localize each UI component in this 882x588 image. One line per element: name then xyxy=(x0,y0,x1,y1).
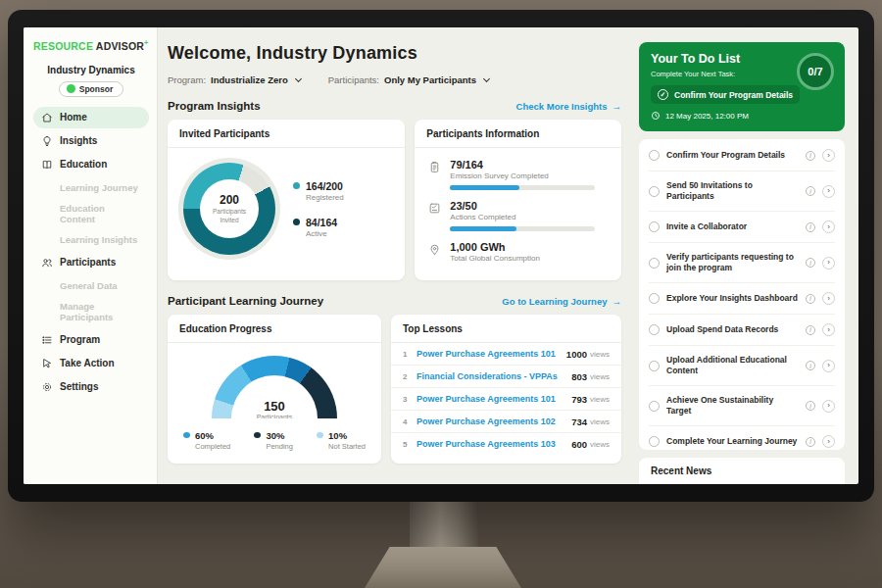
sponsor-badge[interactable]: Sponsor xyxy=(59,81,123,97)
task-row[interactable]: Complete Your Learning Journey xyxy=(649,426,835,450)
legend-item: 30% Pending xyxy=(254,430,293,451)
info-icon[interactable] xyxy=(806,151,815,161)
task-row[interactable]: Upload Additional Educational Content xyxy=(649,346,835,386)
info-icon[interactable] xyxy=(806,186,815,196)
chevron-right-icon[interactable] xyxy=(822,360,835,372)
app-logo: RESOURCE ADVISOR+ xyxy=(33,39,149,52)
lesson-link[interactable]: Power Purchase Agreements 103 xyxy=(416,439,571,449)
check-more-insights-link[interactable]: Check More Insights xyxy=(516,101,621,112)
info-icon[interactable] xyxy=(806,325,815,335)
legend-item: 10% Not Started xyxy=(317,430,366,451)
sidebar-item-label: Education xyxy=(60,159,107,170)
chevron-right-icon[interactable] xyxy=(822,292,835,305)
stat-row: 1,000 GWh Total Global Consumption xyxy=(428,241,608,263)
sidebar-item-settings[interactable]: Settings xyxy=(33,376,149,398)
lesson-link[interactable]: Financial Considerations - VPPAs xyxy=(416,371,571,381)
task-row[interactable]: Send 50 Invitations to Participants xyxy=(649,172,835,212)
lesson-row[interactable]: 4 Power Purchase Agreements 102 734 view… xyxy=(391,411,621,433)
legend-item: 60% Completed xyxy=(183,430,230,451)
todo-panel: Your To Do List Complete Your Next Task:… xyxy=(639,27,858,484)
program-insights-cards: Invited Participants 200 Participants In… xyxy=(168,120,621,280)
lesson-rank: 3 xyxy=(403,395,416,404)
home-icon xyxy=(41,112,53,123)
views-count: 600 xyxy=(571,439,587,450)
chevron-right-icon[interactable] xyxy=(822,220,835,233)
go-to-learning-journey-link[interactable]: Go to Learning Journey xyxy=(502,296,621,307)
views-label: views xyxy=(590,440,610,449)
info-icon[interactable] xyxy=(806,361,815,370)
lesson-link[interactable]: Power Purchase Agreements 101 xyxy=(416,349,566,359)
sidebar-item-participants[interactable]: Participants xyxy=(33,252,149,273)
views-label: views xyxy=(590,350,610,359)
sidebar-item-learning-insights[interactable]: Learning Insights xyxy=(33,229,149,250)
program-filter-dropdown[interactable]: Program: Industrialize Zero xyxy=(168,74,301,85)
sidebar-item-learning-journey[interactable]: Learning Journey xyxy=(33,177,149,198)
education-progress-card: Education Progress 150 Participants xyxy=(168,315,381,464)
task-checkbox[interactable] xyxy=(649,361,660,371)
legend-dot-registered xyxy=(293,182,300,189)
task-checkbox[interactable] xyxy=(649,150,660,161)
info-icon[interactable] xyxy=(806,437,815,447)
participants-information-card: Participants Information 79/164 Emission… xyxy=(415,120,621,280)
info-icon[interactable] xyxy=(806,222,815,232)
recent-news-card: Recent News xyxy=(639,458,845,484)
lesson-row[interactable]: 3 Power Purchase Agreements 101 793 view… xyxy=(391,388,621,411)
filter-label: Program: xyxy=(168,74,206,85)
sidebar-item-home[interactable]: Home xyxy=(33,107,149,128)
lesson-row[interactable]: 2 Financial Considerations - VPPAs 803 v… xyxy=(391,366,621,388)
lesson-rank: 1 xyxy=(403,350,416,359)
sidebar-item-program[interactable]: Program xyxy=(33,329,149,351)
legend-dot-not-started xyxy=(317,432,323,438)
lesson-row[interactable]: 1 Power Purchase Agreements 101 1000 vie… xyxy=(391,343,621,366)
sidebar-item-education[interactable]: Education xyxy=(33,154,149,175)
task-row[interactable]: Invite a Collaborator xyxy=(649,212,835,243)
task-row[interactable]: Upload Spend Data Records xyxy=(649,315,835,346)
next-task-row[interactable]: Confirm Your Program Details xyxy=(651,85,800,104)
sidebar-item-label: Insights xyxy=(60,135,97,146)
card-title: Top Lessons xyxy=(391,315,621,343)
sidebar-item-label: Program xyxy=(60,334,100,345)
info-icon[interactable] xyxy=(806,401,815,411)
todo-progress-badge: 0/7 xyxy=(797,53,834,90)
gauge-legend: 60% Completed 30% Pending xyxy=(168,418,381,451)
info-icon[interactable] xyxy=(806,294,815,304)
gauge-center-label: Participants xyxy=(212,414,337,418)
chevron-right-icon[interactable] xyxy=(822,257,835,270)
chevron-right-icon[interactable] xyxy=(822,400,835,413)
page-title: Welcome, Industry Dynamics xyxy=(168,43,621,64)
task-row[interactable]: Achieve One Sustainability Target xyxy=(649,386,835,426)
logo-primary: RESOURCE xyxy=(33,40,93,52)
sidebar-item-general-data[interactable]: General Data xyxy=(33,275,149,296)
info-icon[interactable] xyxy=(806,258,815,268)
sidebar-item-education-content[interactable]: Education Content xyxy=(33,198,149,229)
lesson-link[interactable]: Power Purchase Agreements 102 xyxy=(416,416,571,426)
sidebar-item-insights[interactable]: Insights xyxy=(33,130,149,152)
task-checkbox[interactable] xyxy=(649,401,660,412)
chevron-right-icon[interactable] xyxy=(822,185,835,198)
task-checkbox[interactable] xyxy=(649,324,660,335)
task-row[interactable]: Explore Your Insights Dashboard xyxy=(649,283,835,315)
filter-value: Industrialize Zero xyxy=(211,74,288,85)
participants-filter-dropdown[interactable]: Participants: Only My Participants xyxy=(328,74,489,85)
next-task-label: Confirm Your Program Details xyxy=(674,90,793,100)
task-checkbox[interactable] xyxy=(649,258,660,269)
main-content: Welcome, Industry Dynamics Program: Indu… xyxy=(158,27,639,484)
chevron-right-icon[interactable] xyxy=(822,323,835,336)
chevron-right-icon[interactable] xyxy=(822,435,835,448)
chevron-right-icon[interactable] xyxy=(822,149,835,162)
filters-bar: Program: Industrialize Zero Participants… xyxy=(168,74,621,85)
task-row[interactable]: Confirm Your Program Details xyxy=(649,140,835,172)
card-title: Invited Participants xyxy=(168,120,405,148)
sidebar-item-manage-participants[interactable]: Manage Participants xyxy=(33,296,149,327)
lesson-rank: 2 xyxy=(403,372,416,381)
task-row[interactable]: Verify participants requesting to join t… xyxy=(649,243,835,283)
task-checkbox[interactable] xyxy=(649,436,660,447)
views-count: 793 xyxy=(571,394,587,405)
lesson-link[interactable]: Power Purchase Agreements 101 xyxy=(416,394,571,404)
lesson-row[interactable]: 5 Power Purchase Agreements 103 600 view… xyxy=(391,433,621,455)
task-checkbox[interactable] xyxy=(649,221,660,232)
task-checkbox[interactable] xyxy=(649,293,660,304)
task-checkbox[interactable] xyxy=(649,186,660,197)
consumption-icon xyxy=(428,242,441,255)
sidebar-item-take-action[interactable]: Take Action xyxy=(33,353,149,374)
